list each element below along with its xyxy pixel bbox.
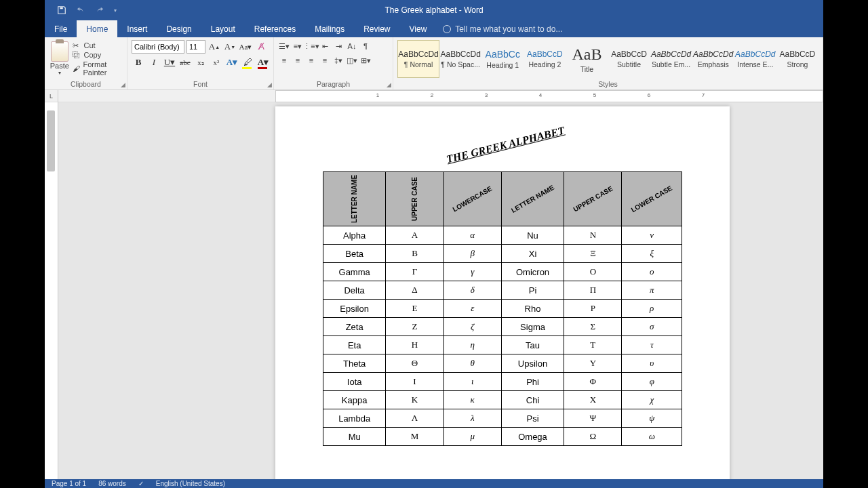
grow-font-button[interactable]: A▲ [208, 40, 221, 54]
style-subtitle[interactable]: AaBbCcDSubtitle [608, 40, 650, 78]
clear-format-button[interactable]: A̸ [254, 40, 268, 54]
style--no-spac-[interactable]: AaBbCcDd¶ No Spac... [439, 40, 481, 78]
table-row: MuΜμOmegaΩω [323, 428, 682, 446]
borders-button[interactable]: ⊞▾ [359, 54, 372, 66]
tab-mailings[interactable]: Mailings [305, 20, 354, 37]
subscript-button[interactable]: x₂ [194, 56, 208, 69]
justify-button[interactable]: ≡ [319, 54, 331, 66]
qat-dropdown-icon[interactable]: ▾ [114, 7, 117, 14]
style-title[interactable]: AaBTitle [566, 40, 608, 78]
table-cell: ν [622, 226, 682, 245]
table-cell: Γ [386, 263, 443, 281]
word-count[interactable]: 86 words [98, 480, 126, 487]
align-right-button[interactable]: ≡ [305, 54, 317, 66]
dialog-launcher-icon[interactable]: ◢ [387, 81, 391, 88]
style-preview: AaBbCcDd [735, 49, 775, 59]
table-cell: Mu [323, 428, 386, 446]
table-header: LOWERCASE [443, 172, 501, 226]
table-cell: σ [622, 318, 682, 336]
pilcrow-button[interactable]: ¶ [359, 40, 372, 52]
dialog-launcher-icon[interactable]: ◢ [121, 81, 125, 88]
table-cell: Ο [564, 263, 622, 281]
style-strong[interactable]: AaBbCcDStrong [776, 40, 818, 78]
tab-design[interactable]: Design [157, 20, 201, 37]
table-header: LOWER CASE [622, 172, 682, 226]
tab-file[interactable]: File [45, 20, 77, 37]
style-name: Subtle Em... [652, 60, 690, 68]
style-preview: AaBbCcDd [651, 49, 691, 59]
table-cell: τ [622, 336, 682, 354]
strike-button[interactable]: abc [178, 56, 192, 69]
table-cell: Μ [386, 428, 443, 446]
line-spacing-button[interactable]: ‡▾ [332, 54, 344, 66]
page-indicator[interactable]: Page 1 of 1 [52, 480, 86, 487]
spellcheck-icon[interactable]: ✓ [138, 480, 144, 487]
style-subtle-em-[interactable]: AaBbCcDdSubtle Em... [650, 40, 692, 78]
table-cell: Gamma [323, 263, 386, 281]
tab-insert[interactable]: Insert [117, 20, 157, 37]
align-center-button[interactable]: ≡ [292, 54, 304, 66]
language-indicator[interactable]: English (United States) [156, 480, 225, 487]
table-cell: ρ [622, 300, 682, 318]
bold-button[interactable]: B [132, 56, 145, 69]
table-cell: Ε [386, 300, 443, 318]
numbering-button[interactable]: ≡▾ [292, 40, 304, 52]
tab-references[interactable]: References [245, 20, 305, 37]
style-emphasis[interactable]: AaBbCcDdEmphasis [692, 40, 734, 78]
style-name: Intense E... [737, 60, 773, 68]
style-heading-2[interactable]: AaBbCcDHeading 2 [524, 40, 566, 78]
font-color-button[interactable]: A▾ [256, 56, 270, 69]
ribbon: Paste ▾ ✂Cut ⿻Copy 🖌Format Painter Clipb… [45, 37, 823, 90]
sort-button[interactable]: A↓ [346, 40, 358, 52]
format-painter-button[interactable]: 🖌Format Painter [73, 60, 123, 77]
tell-me-search[interactable]: Tell me what you want to do... [436, 20, 562, 37]
undo-icon[interactable] [76, 5, 85, 15]
underline-button[interactable]: U▾ [163, 56, 176, 69]
bullets-button[interactable]: ☰▾ [278, 40, 290, 52]
italic-button[interactable]: I [147, 56, 161, 69]
table-row: EpsilonΕεRhoΡρ [323, 300, 682, 318]
superscript-button[interactable]: x² [210, 56, 223, 69]
dialog-launcher-icon[interactable]: ◢ [267, 81, 272, 88]
style--normal[interactable]: AaBbCcDd¶ Normal [397, 40, 439, 78]
document-area[interactable]: THE GREEK ALPHABET LETTER NAMEUPPER CASE… [45, 102, 823, 488]
table-cell: Ν [564, 226, 622, 245]
increase-indent-button[interactable]: ⇥ [332, 40, 344, 52]
table-cell: ψ [622, 409, 682, 428]
change-case-button[interactable]: Aa▾ [239, 40, 252, 54]
cut-button[interactable]: ✂Cut [73, 41, 123, 49]
table-cell: Κ [386, 391, 443, 409]
table-cell: π [622, 281, 682, 300]
tab-view[interactable]: View [400, 20, 437, 37]
style-name: ¶ No Spac... [441, 60, 480, 68]
tab-home[interactable]: Home [77, 20, 117, 37]
clipboard-icon [51, 41, 68, 62]
table-cell: ξ [622, 245, 682, 263]
tab-layout[interactable]: Layout [201, 20, 245, 37]
shrink-font-button[interactable]: A▼ [223, 40, 237, 54]
multilevel-button[interactable]: ⋮≡▾ [305, 40, 317, 52]
style-intense-e-[interactable]: AaBbCcDdIntense E... [734, 40, 776, 78]
highlight-button[interactable]: 🖊 [241, 56, 254, 69]
shading-button[interactable]: ◫▾ [346, 54, 358, 66]
decrease-indent-button[interactable]: ⇤ [319, 40, 331, 52]
copy-button[interactable]: ⿻Copy [73, 51, 123, 59]
align-left-button[interactable]: ≡ [278, 54, 290, 66]
style-name: Subtitle [617, 60, 641, 68]
table-cell: λ [443, 409, 501, 428]
table-cell: γ [443, 263, 501, 281]
font-size-input[interactable] [186, 40, 205, 54]
ribbon-tabs: FileHomeInsertDesignLayoutReferencesMail… [45, 20, 823, 37]
table-cell: ζ [443, 318, 501, 336]
ruler-number: 2 [431, 92, 433, 98]
redo-icon[interactable] [95, 5, 104, 15]
tab-review[interactable]: Review [354, 20, 399, 37]
svg-rect-0 [60, 7, 62, 9]
text-effects-button[interactable]: A▾ [225, 56, 239, 69]
style-heading-1[interactable]: AaBbCcHeading 1 [481, 40, 524, 78]
font-name-input[interactable] [132, 40, 184, 54]
table-cell: Β [386, 245, 443, 263]
save-icon[interactable] [57, 5, 66, 15]
table-cell: Epsilon [323, 300, 386, 318]
paste-button[interactable]: Paste ▾ [49, 40, 70, 76]
